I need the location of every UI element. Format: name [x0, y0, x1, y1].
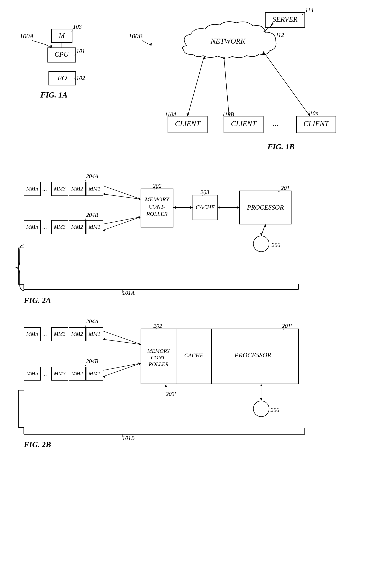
label-MM3-2b-top: MM3	[54, 331, 65, 337]
label-memctrl-2b: MEMORY	[147, 348, 170, 354]
svg-point-100	[253, 401, 269, 417]
label-proc-2b: PROCESSOR	[234, 351, 271, 359]
svg-marker-99	[165, 384, 167, 387]
ref-204B-fig2b: 204B	[86, 358, 98, 364]
svg-marker-83	[103, 338, 105, 340]
svg-line-28	[224, 56, 229, 116]
svg-line-89	[103, 363, 141, 370]
svg-line-24	[188, 56, 204, 116]
label-MM1-2a-bot: MM1	[89, 224, 100, 230]
ref-201p-2b: 201'	[282, 323, 292, 329]
svg-line-11	[142, 40, 151, 46]
svg-line-34	[85, 180, 86, 182]
ref-102: 102	[76, 75, 85, 81]
ref-204B-fig2a: 204B	[86, 212, 98, 218]
svg-marker-63	[218, 206, 220, 209]
svg-line-41	[103, 194, 141, 199]
ref-103: 103	[73, 24, 82, 30]
label-cache-2a: CACHE	[196, 204, 215, 210]
patent-page: 100A M 103 CPU 101 I/O 102 FIG. 1A 100B …	[0, 0, 392, 581]
dots-2b-bot: ...	[42, 370, 47, 377]
ref-101: 101	[76, 48, 85, 54]
svg-marker-70	[264, 224, 266, 226]
dots-2a-top: ...	[42, 185, 47, 192]
svg-line-0	[32, 40, 46, 44]
svg-line-43	[85, 218, 86, 220]
svg-marker-104	[260, 384, 262, 386]
svg-point-66	[253, 236, 269, 252]
ref-203-2a: 203	[200, 189, 209, 195]
svg-line-50	[103, 217, 141, 230]
label-M: M	[59, 32, 65, 40]
ref-206-2b: 206	[270, 407, 279, 413]
svg-marker-51	[103, 229, 105, 232]
ref-114: 114	[305, 7, 313, 13]
label-MM2-2b-top: MM2	[71, 331, 83, 337]
ref-201-2a: 201	[281, 185, 290, 191]
label-ctrl-2a: CONT-	[149, 203, 165, 210]
label-ctrl-2b: CONT-	[151, 354, 167, 361]
dots-2a-bot: ...	[42, 224, 47, 230]
svg-line-32	[263, 52, 310, 116]
ref-112: 112	[276, 32, 284, 38]
ref-100B: 100B	[129, 32, 143, 40]
label-MM3-2a-top: MM3	[54, 186, 65, 192]
ellipsis: ...	[273, 119, 279, 128]
label-MMn-2a-bot: MMn	[26, 224, 38, 230]
ref-100A: 100A	[20, 32, 34, 40]
svg-marker-57	[173, 206, 176, 209]
label-server: SERVER	[273, 15, 297, 23]
label-fig1b: FIG. 1B	[267, 142, 295, 151]
label-memctrl-2a: MEMORY	[145, 196, 170, 202]
label-roller-2b: ROLLER	[148, 361, 168, 367]
ref-202-2a: 202	[153, 182, 162, 189]
svg-marker-42	[103, 192, 105, 195]
ref-204A-fig2a: 204A	[86, 173, 98, 179]
label-MM1-2a-top: MM1	[89, 186, 100, 192]
svg-line-48	[103, 217, 141, 224]
ref-101B: 101B	[122, 435, 135, 441]
svg-line-82	[103, 339, 141, 344]
label-roller-2a: ROLLER	[146, 210, 168, 217]
ref-110A: 110A	[165, 111, 177, 118]
label-MM1-2b-top: MM1	[89, 331, 100, 337]
label-proc-2a: PROCESSOR	[247, 204, 284, 211]
label-network: NETWORK	[210, 37, 246, 45]
label-client2: CLIENT	[231, 120, 257, 128]
label-cache-2b: CACHE	[184, 352, 203, 358]
ref-204A-fig2b: 204A	[86, 318, 98, 324]
label-IO: I/O	[57, 74, 67, 82]
svg-line-84	[85, 364, 86, 367]
ref-203p-2b: 203'	[166, 391, 176, 397]
svg-line-39	[103, 186, 141, 199]
label-fig2a: FIG. 2A	[24, 296, 51, 304]
label-MMn-2b-top: MMn	[26, 331, 38, 337]
label-MM2-2a-bot: MM2	[71, 224, 83, 230]
ref-206-2a: 206	[272, 242, 280, 248]
label-client3: CLIENT	[303, 120, 329, 128]
label-fig2b: FIG. 2B	[24, 440, 51, 449]
svg-line-75	[85, 325, 86, 328]
label-MMn-2b-bot: MMn	[26, 370, 38, 376]
label-MM3-2a-bot: MM3	[54, 224, 65, 230]
label-MM2-2b-bot: MM2	[71, 370, 83, 376]
label-MMn-2a-top: MMn	[26, 186, 38, 192]
label-fig1a: FIG. 1A	[40, 90, 68, 99]
ref-101A: 101A	[122, 290, 135, 296]
ref-110n: 110n	[307, 110, 318, 116]
label-client1: CLIENT	[175, 120, 201, 128]
svg-line-80	[103, 331, 141, 344]
svg-line-91	[103, 363, 141, 376]
svg-marker-92	[103, 375, 105, 378]
label-CPU: CPU	[54, 50, 69, 58]
label-MM1-2b-bot: MM1	[89, 370, 100, 376]
dots-2b-top: ...	[42, 330, 47, 338]
ref-202p-2b: 202'	[153, 323, 164, 329]
label-MM2-2a-top: MM2	[71, 186, 83, 192]
label-MM3-2b-bot: MM3	[54, 370, 65, 376]
